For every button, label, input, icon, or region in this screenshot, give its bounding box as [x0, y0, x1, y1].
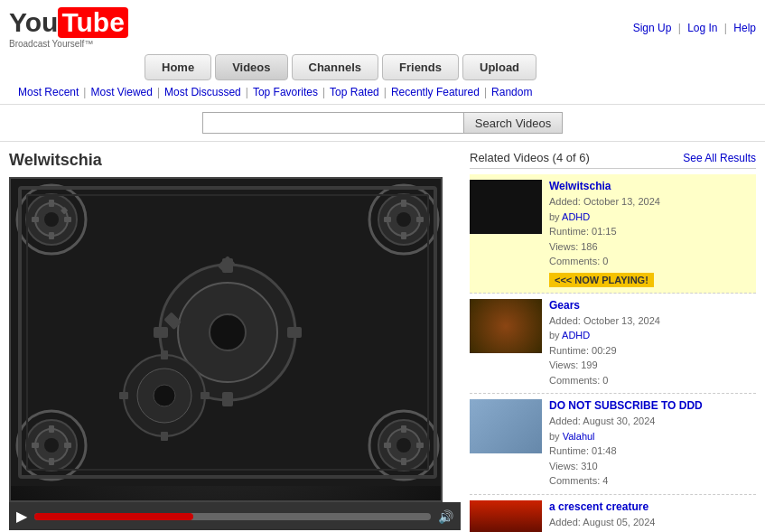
nav-friends[interactable]: Friends [382, 54, 459, 80]
thumb-screen-2 [470, 399, 542, 453]
subnav-most-recent[interactable]: Most Recent [18, 86, 79, 98]
video-svg [11, 179, 443, 486]
svg-point-29 [396, 438, 411, 453]
svg-rect-23 [49, 458, 54, 465]
related-meta-2: Added: August 30, 2024 by Valahul Runtim… [549, 414, 756, 489]
related-item: Welwitschia Added: October 13, 2024 by A… [470, 174, 756, 294]
related-item: a crescent creature Added: August 05, 20… [470, 495, 756, 533]
logo: YouTube Broadcast Yourself™ [9, 7, 128, 49]
related-title-2[interactable]: DO NOT SUBSCRIBE TO DDD [549, 399, 756, 412]
svg-rect-49 [201, 392, 210, 399]
svg-rect-15 [401, 232, 406, 239]
sub-nav: Most Recent | Most Viewed | Most Discuss… [0, 80, 765, 105]
logo-you-text: You [9, 9, 58, 36]
logo-tube-text: Tube [58, 7, 127, 38]
video-visual [11, 179, 441, 500]
log-in-link[interactable]: Log In [687, 22, 717, 34]
subnav-most-viewed[interactable]: Most Viewed [90, 86, 152, 98]
main-content: Welwitschia [0, 142, 765, 532]
header: YouTube Broadcast Yourself™ Sign Up | Lo… [0, 0, 765, 49]
related-author-1[interactable]: ADHD [562, 330, 590, 341]
svg-point-13 [396, 212, 411, 227]
volume-button[interactable]: 🔊 [438, 509, 453, 524]
video-section: Welwitschia [9, 151, 461, 532]
svg-rect-47 [161, 432, 168, 441]
related-thumb-0[interactable] [470, 180, 542, 234]
svg-rect-22 [49, 425, 54, 433]
subnav-most-discussed[interactable]: Most Discussed [164, 86, 241, 98]
related-header: Related Videos (4 of 6) See All Results [470, 151, 756, 169]
svg-rect-6 [49, 232, 54, 239]
related-info-0: Welwitschia Added: October 13, 2024 by A… [549, 180, 756, 287]
svg-rect-31 [401, 458, 406, 465]
related-title: Related Videos (4 of 6) [470, 151, 590, 164]
related-thumb-3[interactable] [470, 500, 542, 533]
svg-rect-38 [222, 392, 233, 406]
related-title-0[interactable]: Welwitschia [549, 180, 756, 192]
svg-rect-24 [32, 443, 39, 448]
see-all-results-link[interactable]: See All Results [683, 152, 756, 164]
svg-point-45 [154, 385, 175, 406]
svg-rect-5 [49, 200, 54, 207]
svg-rect-32 [384, 443, 391, 448]
related-thumb-2[interactable] [470, 399, 542, 453]
svg-rect-8 [64, 217, 71, 222]
related-info-3: a crescent creature Added: August 05, 20… [549, 500, 756, 533]
svg-rect-25 [64, 443, 71, 448]
related-author-0[interactable]: ADHD [562, 211, 590, 222]
svg-rect-39 [154, 327, 168, 338]
video-title: Welwitschia [9, 151, 461, 170]
play-button[interactable]: ▶ [16, 508, 27, 525]
subnav-random[interactable]: Random [491, 86, 532, 98]
subnav-recently-featured[interactable]: Recently Featured [391, 86, 480, 98]
main-nav: Home Videos Channels Friends Upload [0, 49, 765, 80]
svg-point-36 [210, 314, 246, 350]
related-item: Gears Added: October 13, 2024 by ADHD Ru… [470, 294, 756, 395]
progress-fill [34, 513, 193, 520]
video-controls: ▶ 🔊 [9, 502, 461, 530]
logo-tagline: Broadcast Yourself™ [9, 39, 128, 49]
svg-rect-17 [416, 217, 424, 222]
video-player[interactable] [9, 177, 443, 502]
related-thumb-1[interactable] [470, 299, 542, 353]
svg-point-21 [44, 438, 59, 453]
related-meta-1: Added: October 13, 2024 by ADHD Runtime:… [549, 313, 756, 388]
related-title-3[interactable]: a crescent creature [549, 500, 756, 513]
svg-rect-46 [161, 350, 168, 359]
svg-rect-16 [384, 217, 391, 222]
nav-upload[interactable]: Upload [462, 54, 536, 80]
top-links: Sign Up | Log In | Help [633, 22, 756, 34]
thumb-dark-0 [470, 180, 542, 234]
svg-point-4 [44, 212, 59, 227]
now-playing-badge: <<< NOW PLAYING! [549, 273, 654, 287]
related-meta-3: Added: August 05, 2024 by froggediah Run… [549, 515, 756, 533]
related-author-2[interactable]: Valahul [563, 431, 595, 442]
svg-rect-33 [416, 443, 424, 448]
help-link[interactable]: Help [733, 22, 756, 34]
related-item: DO NOT SUBSCRIBE TO DDD Added: August 30… [470, 394, 756, 495]
search-bar: Search Videos [0, 105, 765, 142]
nav-channels[interactable]: Channels [292, 54, 379, 80]
related-title-1[interactable]: Gears [549, 299, 756, 312]
progress-bar[interactable] [34, 513, 431, 520]
svg-rect-48 [119, 392, 128, 399]
related-section: Related Videos (4 of 6) See All Results … [470, 151, 756, 532]
search-input[interactable] [202, 112, 464, 134]
related-info-1: Gears Added: October 13, 2024 by ADHD Ru… [549, 299, 756, 388]
thumb-red-3 [470, 500, 542, 533]
subnav-top-favorites[interactable]: Top Favorites [253, 86, 318, 98]
related-meta-0: Added: October 13, 2024 by ADHD Runtime:… [549, 194, 756, 269]
thumb-gears-1 [470, 299, 542, 353]
svg-rect-14 [401, 200, 406, 207]
subnav-top-rated[interactable]: Top Rated [330, 86, 379, 98]
svg-rect-7 [32, 217, 39, 222]
nav-videos[interactable]: Videos [215, 54, 287, 80]
sign-up-link[interactable]: Sign Up [633, 22, 672, 34]
related-info-2: DO NOT SUBSCRIBE TO DDD Added: August 30… [549, 399, 756, 489]
nav-home[interactable]: Home [145, 54, 211, 80]
svg-rect-30 [401, 425, 406, 433]
search-button[interactable]: Search Videos [464, 112, 563, 134]
svg-rect-40 [287, 327, 302, 338]
